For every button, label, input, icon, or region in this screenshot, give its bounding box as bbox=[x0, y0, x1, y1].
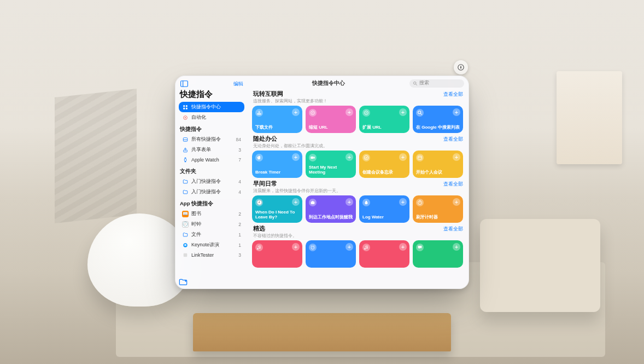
svg-line-21 bbox=[416, 84, 417, 85]
svg-rect-31 bbox=[311, 201, 315, 204]
link-icon bbox=[182, 252, 189, 258]
sidebar-section-label: 快捷指令 bbox=[179, 123, 244, 134]
svg-point-36 bbox=[311, 246, 314, 250]
environment-compass-button[interactable] bbox=[454, 60, 468, 74]
add-shortcut-button[interactable]: + bbox=[292, 198, 300, 206]
shortcut-card[interactable]: + bbox=[359, 240, 409, 268]
sidebar-item[interactable]: 🕘时钟2 bbox=[179, 219, 244, 229]
svg-line-37 bbox=[313, 247, 313, 247]
sidebar-toggle-button[interactable] bbox=[180, 79, 189, 88]
add-shortcut-button[interactable]: + bbox=[399, 198, 407, 206]
folder-icon bbox=[182, 189, 189, 195]
card-row: 🕘+When Do I Need To Leave By?+到达工作地点时提醒我… bbox=[252, 195, 464, 223]
shortcut-card-label: 创建会议备忘录 bbox=[362, 170, 406, 175]
shortcut-card[interactable]: +扩展 URL bbox=[359, 106, 409, 133]
add-shortcut-button[interactable]: + bbox=[346, 243, 353, 251]
shortcut-card[interactable]: +Log Water bbox=[359, 195, 409, 223]
hand-icon bbox=[255, 154, 263, 161]
sidebar-item-label: 入门快捷指令 bbox=[191, 178, 236, 185]
sidebar-item-grid[interactable]: 快捷指令中心 bbox=[179, 102, 244, 112]
sidebar-item-count: 2 bbox=[238, 211, 241, 217]
sidebar-item[interactable]: 入门快捷指令4 bbox=[179, 187, 244, 197]
card-row: +Break Timer+Start My Next Meeting+创建会议备… bbox=[252, 151, 464, 178]
shortcut-card[interactable]: + bbox=[252, 240, 302, 268]
shortcuts-window: 编辑 快捷指令 快捷指令中心自动化 快捷指令所有快捷指令84共享表单3Apple… bbox=[175, 76, 469, 289]
shortcut-card[interactable]: +创建会议备忘录 bbox=[359, 151, 409, 178]
section-title: 随处办公 bbox=[253, 135, 277, 143]
add-shortcut-button[interactable]: + bbox=[453, 108, 460, 116]
shortcut-card[interactable]: +缩短 URL bbox=[306, 106, 356, 133]
sidebar-item-count: 3 bbox=[238, 252, 241, 258]
see-all-link[interactable]: 查看全部 bbox=[443, 181, 463, 188]
shortcut-card-label: When Do I Need To Leave By? bbox=[255, 210, 299, 219]
sidebar-item[interactable]: LinkTester3 bbox=[179, 250, 244, 260]
shortcut-card[interactable]: +Break Timer bbox=[252, 151, 302, 178]
chair-right-decoration bbox=[480, 219, 600, 312]
music-icon bbox=[255, 244, 263, 251]
see-all-link[interactable]: 查看全部 bbox=[443, 226, 463, 233]
sidebar-item[interactable]: Keynote讲演1 bbox=[179, 240, 244, 250]
sidebar-section-label: 文件夹 bbox=[179, 165, 244, 176]
add-shortcut-button[interactable]: + bbox=[292, 153, 300, 161]
shortcut-card[interactable]: +在 Google 中搜索列表 bbox=[413, 106, 463, 133]
sidebar-item[interactable]: 所有快捷指令84 bbox=[179, 134, 244, 145]
section-subtitle: 连接服务、探索网站，实现更多功能！ bbox=[252, 98, 464, 106]
book-icon: 📖 bbox=[182, 211, 189, 217]
shortcut-card-label: 缩短 URL bbox=[309, 125, 353, 130]
shortcut-card[interactable]: 🕘+When Do I Need To Leave By? bbox=[252, 195, 302, 223]
svg-point-33 bbox=[418, 201, 422, 205]
shortcut-card[interactable]: +到达工作地点时提醒我 bbox=[306, 195, 356, 223]
download-icon bbox=[255, 109, 263, 117]
shortcut-card[interactable]: + bbox=[306, 240, 356, 268]
svg-rect-12 bbox=[184, 159, 186, 161]
cal-icon bbox=[416, 154, 424, 161]
edit-button[interactable]: 编辑 bbox=[233, 80, 243, 88]
clock-icon: 🕘 bbox=[255, 199, 263, 206]
svg-rect-22 bbox=[257, 113, 261, 114]
shortcut-card[interactable]: +下载文件 bbox=[252, 106, 302, 133]
sidebar-item-count: 1 bbox=[238, 242, 241, 248]
sidebar-item[interactable]: 📖图书2 bbox=[179, 209, 244, 219]
shortcut-card[interactable]: +刷牙计时器 bbox=[413, 195, 463, 223]
add-shortcut-button[interactable]: + bbox=[399, 108, 407, 116]
see-all-link[interactable]: 查看全部 bbox=[443, 136, 463, 143]
add-shortcut-button[interactable]: + bbox=[346, 198, 353, 206]
svg-rect-13 bbox=[185, 158, 186, 158]
shortcut-card[interactable]: + bbox=[413, 240, 463, 268]
add-shortcut-button[interactable]: + bbox=[346, 153, 353, 161]
shortcut-card[interactable]: +开始个人会议 bbox=[413, 151, 463, 178]
section-subtitle: 不容错过的快捷指令。 bbox=[252, 233, 464, 240]
alarm-icon bbox=[309, 244, 317, 251]
shortcut-card-label: 在 Google 中搜索列表 bbox=[416, 125, 460, 130]
sidebar-icon bbox=[180, 80, 188, 87]
sidebar-item-auto[interactable]: 自动化 bbox=[179, 112, 244, 123]
svg-rect-5 bbox=[183, 107, 185, 109]
sidebar-item-count: 4 bbox=[238, 189, 241, 195]
sidebar-item[interactable]: 入门快捷指令4 bbox=[179, 176, 244, 187]
add-shortcut-button[interactable]: + bbox=[399, 153, 407, 161]
add-shortcut-button[interactable]: + bbox=[453, 153, 460, 161]
sidebar-item[interactable]: Apple Watch7 bbox=[179, 155, 244, 165]
clock-icon: 🕘 bbox=[182, 221, 189, 228]
keynote-icon bbox=[182, 242, 189, 249]
section-title: 精选 bbox=[253, 225, 265, 233]
sidebar-item[interactable]: 共享表单3 bbox=[179, 145, 244, 155]
add-shortcut-button[interactable]: + bbox=[292, 108, 300, 116]
search-icon bbox=[416, 109, 424, 117]
search-input[interactable]: 搜索 bbox=[409, 79, 464, 88]
add-shortcut-button[interactable]: + bbox=[292, 243, 300, 251]
camera-icon bbox=[309, 154, 317, 161]
sidebar-title: 快捷指令 bbox=[179, 89, 244, 102]
brief-icon bbox=[309, 199, 317, 206]
add-shortcut-button[interactable]: + bbox=[453, 243, 460, 251]
shortcut-card[interactable]: +Start My Next Meeting bbox=[306, 151, 356, 178]
add-shortcut-button[interactable]: + bbox=[453, 198, 460, 206]
sidebar: 编辑 快捷指令 快捷指令中心自动化 快捷指令所有快捷指令84共享表单3Apple… bbox=[175, 76, 248, 288]
share-icon bbox=[182, 147, 189, 153]
new-folder-button[interactable] bbox=[179, 278, 188, 286]
folder-icon bbox=[182, 232, 189, 238]
see-all-link[interactable]: 查看全部 bbox=[443, 91, 463, 98]
add-shortcut-button[interactable]: + bbox=[399, 243, 407, 251]
sidebar-item[interactable]: 文件1 bbox=[179, 229, 244, 240]
add-shortcut-button[interactable]: + bbox=[346, 108, 353, 116]
